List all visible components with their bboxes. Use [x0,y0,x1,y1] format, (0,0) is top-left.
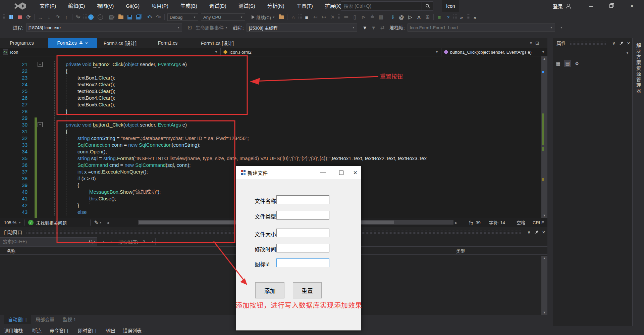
menu-item-analyze[interactable]: 分析(N) [261,0,290,12]
code-line[interactable]: 21−private void button2_Click(object sen… [0,61,547,68]
open-file-icon[interactable] [116,13,125,21]
code-line[interactable]: 30−private void button1_Click(object sen… [0,122,547,128]
code-cleanup-icon[interactable]: ✎▼ [74,13,83,21]
categorized-icon[interactable]: ▦ [554,60,562,67]
health-status[interactable]: 未找到相关问题 [36,220,67,226]
bottom-tab-command-window[interactable]: 命令窗口 [50,326,68,335]
code-line[interactable]: 28} [0,108,547,115]
code-line[interactable]: 32string connString = "server=.;database… [0,135,547,142]
prev-frame-icon[interactable]: ↤ [311,13,320,21]
float-window-icon[interactable]: ⊡ [535,40,539,46]
bottom-tab-error-list[interactable]: 错误列表 ... [123,326,147,335]
save-all-icon[interactable] [134,13,143,21]
status-spaces[interactable]: 空格 [517,218,525,227]
step-into-icon[interactable]: ↓ [45,13,53,21]
autos-search-box[interactable]: ▼ [0,237,97,246]
tab-form2-designer[interactable]: Form2.cs [设计] [98,38,142,48]
type-dropdown[interactable]: Icon.Form2 ▼ [221,48,441,56]
process-combo[interactable]: [18748] Icon.exe▼ [26,23,182,32]
restore-button[interactable] [604,0,619,12]
tab-form1-cs[interactable]: Form1.cs [150,38,185,48]
toolbar-grip[interactable] [83,14,87,20]
step-over-icon[interactable]: ↷ [53,13,62,21]
scroll-up-icon[interactable]: ▲ [541,56,547,61]
tab-form2-cs[interactable]: Form2.cs× [48,38,97,48]
properties-close-icon[interactable]: × [625,40,632,46]
column-name[interactable]: 名称 [7,248,15,254]
autos-search-input[interactable] [0,239,87,244]
undo-icon[interactable]: ↶▼ [146,13,154,21]
field-input-file-type[interactable] [276,211,329,220]
tab-form1-designer[interactable]: Form1.cs [设计] [192,38,243,48]
scroll-down-icon[interactable]: ▼ [541,213,547,218]
copy-stack-icon[interactable]: ⊞ [423,13,432,21]
parameter-info-icon[interactable]: ▯ [351,13,359,21]
property-pages-icon[interactable]: ⚙ [573,60,581,67]
toolbar-grip[interactable] [298,14,302,20]
dialog-minimize-button[interactable]: — [319,169,327,176]
stack-frame-combo[interactable]: Icon.Form1.Form1_Load▼ [408,23,555,32]
search-icon[interactable] [422,2,433,10]
code-line[interactable]: 26textBox4.Clear(); [0,95,547,101]
lifecycle-events-label[interactable]: 生命周期事件 [196,24,224,31]
navigate-forward-icon[interactable]: → [96,13,105,21]
delete-all-icon[interactable]: ✕ [328,13,337,21]
sign-in[interactable]: 登录 [553,0,571,12]
quick-search-box[interactable] [341,1,433,11]
zoom-level[interactable]: 105 % [4,220,16,225]
toggle-flagged-icon[interactable]: ⇄ [378,23,387,32]
surround-with-icon[interactable]: ▨ [377,13,385,21]
solution-configurations-combo[interactable]: Debug▼ [167,13,198,21]
code-line[interactable]: 34conn.Open(); [0,148,547,155]
save-icon[interactable] [125,13,134,21]
next-frame-icon[interactable]: ↦ [320,13,328,21]
quick-info-icon[interactable]: ⊳ [359,13,368,21]
close-tab-icon[interactable]: × [85,41,88,46]
tool-tab-locals[interactable]: 局部变量 [33,315,57,324]
alphabetical-icon[interactable]: ▤ [564,60,571,67]
search-prev-icon[interactable]: ‹ [103,239,104,244]
code-line[interactable]: 23textBox1.Clear(); [0,75,547,81]
fold-collapse-icon[interactable]: − [38,62,43,67]
minimize-button[interactable]: ─ [584,0,598,12]
menu-item-build[interactable]: 生成(B) [174,0,203,12]
tool-tab-autos[interactable]: 自动窗口 [4,315,31,324]
code-line[interactable]: 24textBox2.Clear(); [0,81,547,88]
toolbar-grip[interactable] [3,14,6,20]
menu-item-test[interactable]: 测试(S) [232,0,261,12]
code-line[interactable]: 25textBox3.Clear(); [0,88,547,95]
project-dropdown[interactable]: C# Icon ▼ [0,48,221,56]
search-depth-combo[interactable]: 3▼ [141,238,156,245]
properties-position-icon[interactable]: ∨ [610,40,618,46]
menu-item-git[interactable]: Git(G) [120,0,146,12]
member-dropdown[interactable]: button1_Click(object sender, EventArgs e… [441,48,547,56]
lifecycle-events-icon[interactable]: ⊡ [185,23,194,32]
code-line[interactable]: 35string sql = string.Format("INSERT INT… [0,155,547,162]
properties-header[interactable]: 属性 ∨ × [553,38,632,48]
close-button[interactable]: × [625,0,639,12]
solution-explorer-tab[interactable]: 解决方案资源管理器 [635,43,642,94]
health-check-icon[interactable]: ✓ [28,220,34,225]
field-input-modified-time[interactable] [276,244,329,252]
find-in-files-icon[interactable] [277,13,286,21]
bottom-tab-output[interactable]: 输出 [106,326,115,335]
list-members-icon[interactable]: ≔ [342,13,351,21]
stop-icon[interactable] [15,13,24,21]
continue-button[interactable]: 继续(C)▼ [252,14,275,20]
status-line-ending[interactable]: CRLF [533,218,544,227]
intellitrace-home-icon[interactable]: ⌂ [289,13,298,21]
search-next-icon[interactable]: › [110,239,112,244]
locals-window-icon[interactable]: ≡ [435,13,444,21]
add-button[interactable]: 添加 [255,282,284,298]
user-account-icon[interactable] [566,4,571,9]
filter-edit-icon[interactable]: ▼ [369,23,378,32]
navigate-back-icon[interactable]: ←▼ [87,13,96,21]
bottom-tab-callstack[interactable]: 调用堆栈 [4,326,23,335]
field-input-file-name[interactable] [276,195,329,204]
run-to-cursor-icon[interactable]: ▷ [406,13,415,21]
hscroll-left-icon[interactable]: ◀ [107,221,109,225]
restart-icon[interactable]: ⟳ [24,13,33,21]
bottom-tab-breakpoints[interactable]: 断点 [32,326,42,335]
menu-item-view[interactable]: 视图(V) [91,0,120,12]
hscroll-right-icon[interactable]: ▶ [455,218,458,227]
